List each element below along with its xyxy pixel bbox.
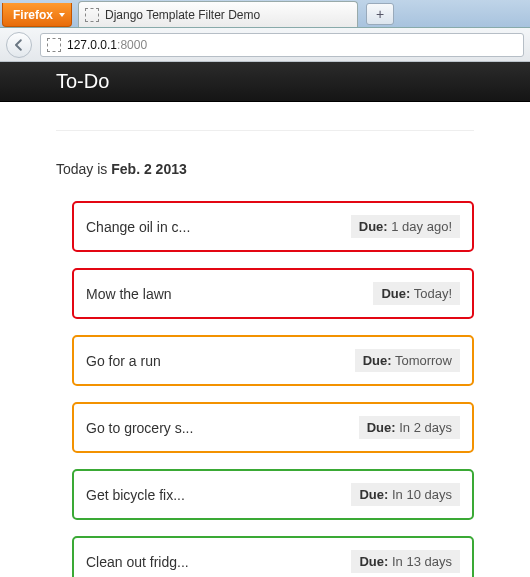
app-navbar: To-Do [0,62,530,102]
due-label: Due: [359,554,388,569]
page-content: To-Do Today is Feb. 2 2013 Change oil in… [0,62,530,577]
task-title: Clean out fridg... [86,554,189,570]
back-button[interactable] [6,32,32,58]
due-value: 1 day ago! [391,219,452,234]
due-value: Today! [414,286,452,301]
task-title: Change oil in c... [86,219,190,235]
nav-toolbar: 127.0.0.1:8000 [0,28,530,62]
tab-strip: Firefox Django Template Filter Demo + [0,0,530,28]
new-tab-button[interactable]: + [366,3,394,25]
due-badge: Due: Today! [373,282,460,305]
due-value: In 10 days [392,487,452,502]
task-title: Get bicycle fix... [86,487,185,503]
plus-icon: + [376,6,384,22]
task-title: Go for a run [86,353,161,369]
due-badge: Due: 1 day ago! [351,215,460,238]
app-brand: To-Do [56,70,109,93]
due-badge: Due: In 10 days [351,483,460,506]
due-value: Tomorrow [395,353,452,368]
due-badge: Due: In 13 days [351,550,460,573]
due-label: Due: [359,219,388,234]
due-label: Due: [359,487,388,502]
url-bar[interactable]: 127.0.0.1:8000 [40,33,524,57]
url-port: :8000 [117,38,147,52]
firefox-menu-label: Firefox [13,8,53,22]
task-list: Change oil in c...Due: 1 day ago!Mow the… [72,201,474,577]
task-title: Mow the lawn [86,286,172,302]
url-host: 127.0.0.1 [67,38,117,52]
due-badge: Due: In 2 days [359,416,460,439]
task-title: Go to grocery s... [86,420,193,436]
main-content: Today is Feb. 2 2013 Change oil in c...D… [0,102,530,577]
today-date: Feb. 2 2013 [111,161,187,177]
browser-tab[interactable]: Django Template Filter Demo [78,1,358,27]
task-item: Go for a runDue: Tomorrow [72,335,474,386]
due-value: In 13 days [392,554,452,569]
back-arrow-icon [13,39,25,51]
today-line: Today is Feb. 2 2013 [56,161,474,177]
task-item: Mow the lawnDue: Today! [72,268,474,319]
today-prefix: Today is [56,161,111,177]
tab-favicon [85,8,99,22]
task-item: Clean out fridg...Due: In 13 days [72,536,474,577]
due-label: Due: [363,353,392,368]
due-label: Due: [381,286,410,301]
due-value: In 2 days [399,420,452,435]
due-badge: Due: Tomorrow [355,349,460,372]
task-item: Go to grocery s...Due: In 2 days [72,402,474,453]
divider [56,130,474,131]
task-item: Get bicycle fix...Due: In 10 days [72,469,474,520]
due-label: Due: [367,420,396,435]
browser-chrome: Firefox Django Template Filter Demo + 12… [0,0,530,62]
tab-title: Django Template Filter Demo [105,8,260,22]
url-favicon [47,38,61,52]
firefox-menu-button[interactable]: Firefox [2,3,72,27]
task-item: Change oil in c...Due: 1 day ago! [72,201,474,252]
